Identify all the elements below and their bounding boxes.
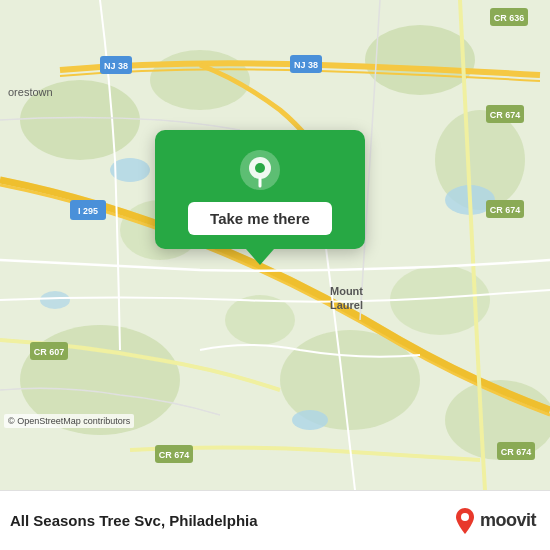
- moovit-brand-text: moovit: [480, 510, 536, 531]
- location-pin-icon: [238, 148, 282, 192]
- svg-text:CR 607: CR 607: [34, 347, 65, 357]
- svg-text:I 295: I 295: [78, 206, 98, 216]
- svg-text:Laurel: Laurel: [330, 299, 363, 311]
- svg-text:CR 636: CR 636: [494, 13, 525, 23]
- svg-point-39: [461, 513, 469, 521]
- svg-text:NJ 38: NJ 38: [294, 60, 318, 70]
- svg-text:CR 674: CR 674: [159, 450, 190, 460]
- svg-point-8: [225, 295, 295, 345]
- svg-point-13: [292, 410, 328, 430]
- place-name: All Seasons Tree Svc, Philadelphia: [10, 512, 258, 529]
- map-attribution: © OpenStreetMap contributors: [4, 414, 134, 428]
- svg-point-14: [40, 291, 70, 309]
- svg-text:orestown: orestown: [8, 86, 53, 98]
- svg-point-3: [365, 25, 475, 95]
- callout-bubble: Take me there: [155, 130, 365, 249]
- take-me-there-button[interactable]: Take me there: [188, 202, 332, 235]
- map-container: I 295 NJ 38 NJ 38 CR 636 CR 674 CR 674 C…: [0, 0, 550, 490]
- svg-text:Mount: Mount: [330, 285, 363, 297]
- svg-text:CR 674: CR 674: [490, 110, 521, 120]
- svg-text:CR 674: CR 674: [490, 205, 521, 215]
- svg-text:CR 674: CR 674: [501, 447, 532, 457]
- moovit-pin-icon: [454, 507, 476, 535]
- moovit-logo: moovit: [454, 507, 536, 535]
- svg-point-38: [255, 163, 265, 173]
- info-bar: All Seasons Tree Svc, Philadelphia moovi…: [0, 490, 550, 550]
- svg-text:NJ 38: NJ 38: [104, 61, 128, 71]
